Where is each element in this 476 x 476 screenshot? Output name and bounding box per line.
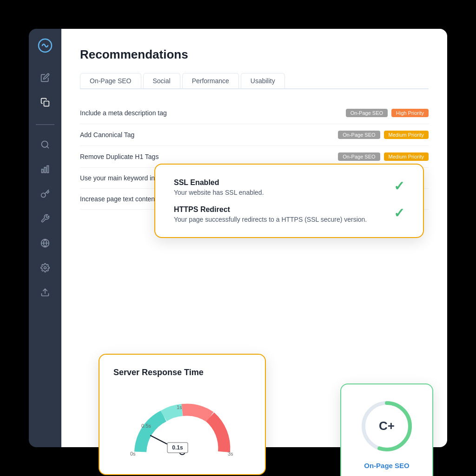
ssl-enabled-desc: Your website has SSL enabled.: [174, 189, 264, 196]
tabs-bar: On-Page SEO Social Performance Usability: [80, 73, 429, 89]
priority-badge-2: Medium Priority: [384, 131, 429, 139]
svg-text:0.1s: 0.1s: [172, 444, 183, 451]
key-icon[interactable]: [40, 189, 50, 201]
ssl-enabled-check-icon: ✓: [394, 178, 404, 194]
ssl-card: SSL Enabled Your website has SSL enabled…: [154, 164, 424, 238]
https-redirect-desc: Your page successfully redirects to a HT…: [174, 216, 367, 223]
rec-badges-3: On-Page SEO Medium Priority: [338, 152, 429, 161]
tool-icon[interactable]: [40, 214, 50, 225]
https-redirect-title: HTTPS Redirect: [174, 205, 367, 214]
svg-rect-5: [47, 166, 48, 173]
main-panel: Recommendations On-Page SEO Social Perfo…: [61, 29, 447, 447]
edit-icon[interactable]: [40, 73, 50, 85]
ssl-enabled-title: SSL Enabled: [174, 178, 264, 187]
search-icon[interactable]: [40, 140, 50, 152]
svg-text:0.5s: 0.5s: [141, 423, 151, 429]
ssl-enabled-item: SSL Enabled Your website has SSL enabled…: [174, 178, 404, 196]
server-card: Server Response Time 0s 0.5s 1s 3: [99, 354, 266, 475]
priority-badge-1: High Priority: [391, 109, 429, 117]
seo-badge-2: On-Page SEO: [338, 131, 380, 139]
https-redirect-check-icon: ✓: [394, 205, 404, 221]
svg-rect-1: [44, 101, 49, 106]
svg-text:3s: 3s: [228, 451, 233, 456]
svg-rect-3: [42, 169, 43, 173]
rec-label-3: Remove Duplicate H1 Tags: [80, 153, 159, 160]
rec-label-5: Increase page text content: [80, 195, 157, 203]
rec-item-1: Include a meta description tag On-Page S…: [80, 102, 429, 124]
tab-performance[interactable]: Performance: [182, 73, 239, 88]
globe-icon[interactable]: [40, 238, 50, 250]
svg-text:C+: C+: [379, 419, 395, 433]
rec-item-2: Add Canonical Tag On-Page SEO Medium Pri…: [80, 124, 429, 146]
grade-circle: C+: [359, 398, 415, 454]
sidebar-divider: [36, 124, 54, 125]
svg-text:1s: 1s: [177, 404, 182, 410]
rec-label-2: Add Canonical Tag: [80, 131, 134, 139]
svg-text:0s: 0s: [130, 451, 136, 456]
priority-badge-3: Medium Priority: [384, 152, 429, 161]
gauge-chart: 0s 0.5s 1s 3s 0.1s: [117, 387, 247, 461]
rec-label-1: Include a meta description tag: [80, 109, 167, 117]
copy-icon[interactable]: [40, 98, 50, 109]
grade-card: C+ On-Page SEO: [340, 383, 433, 476]
svg-rect-4: [44, 167, 46, 173]
rec-badges-1: On-Page SEO High Priority: [346, 109, 429, 117]
sidebar: [29, 29, 61, 447]
server-card-title: Server Response Time: [113, 368, 251, 377]
grade-label: On-Page SEO: [364, 462, 410, 469]
seo-badge-1: On-Page SEO: [346, 109, 388, 117]
https-redirect-content: HTTPS Redirect Your page successfully re…: [174, 205, 367, 223]
svg-point-7: [44, 267, 46, 269]
seo-badge-3: On-Page SEO: [338, 152, 380, 161]
grade-circle-svg: C+: [359, 398, 415, 454]
rec-badges-2: On-Page SEO Medium Priority: [338, 131, 429, 139]
https-redirect-item: HTTPS Redirect Your page successfully re…: [174, 205, 404, 223]
settings-icon[interactable]: [40, 263, 50, 275]
app-logo: [38, 38, 53, 56]
export-icon[interactable]: [40, 288, 50, 299]
page-title: Recommendations: [80, 47, 429, 62]
tab-usability[interactable]: Usability: [241, 73, 285, 88]
ssl-enabled-content: SSL Enabled Your website has SSL enabled…: [174, 178, 264, 196]
tab-on-page-seo[interactable]: On-Page SEO: [80, 73, 141, 88]
tab-social[interactable]: Social: [143, 73, 180, 88]
chart-icon[interactable]: [40, 165, 50, 176]
gauge-container: 0s 0.5s 1s 3s 0.1s: [113, 387, 251, 461]
